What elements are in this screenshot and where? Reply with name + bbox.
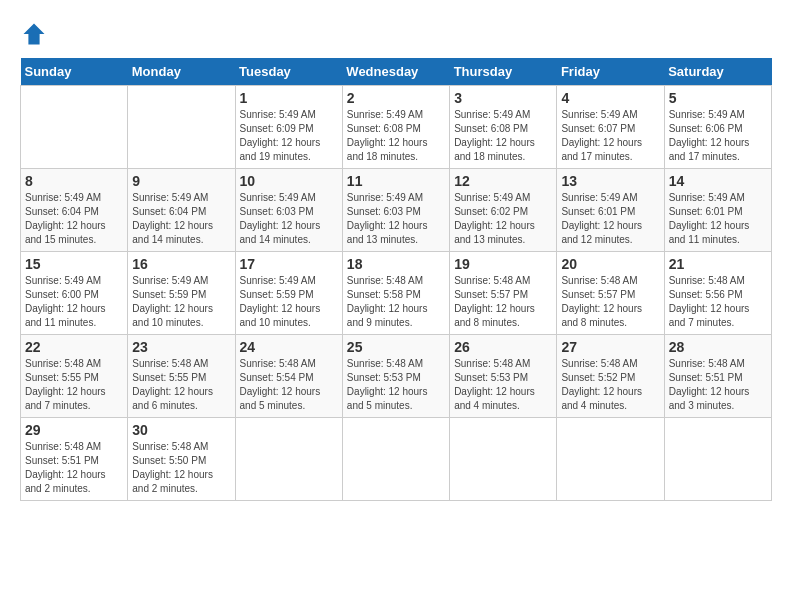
calendar-cell: 24Sunrise: 5:48 AMSunset: 5:54 PMDayligh… [235,335,342,418]
day-info: Sunrise: 5:49 AMSunset: 6:02 PMDaylight:… [454,191,552,247]
day-number: 25 [347,339,445,355]
day-info: Sunrise: 5:48 AMSunset: 5:55 PMDaylight:… [25,357,123,413]
day-number: 13 [561,173,659,189]
day-header-sunday: Sunday [21,58,128,86]
day-info: Sunrise: 5:48 AMSunset: 5:52 PMDaylight:… [561,357,659,413]
header [20,20,772,48]
day-number: 9 [132,173,230,189]
day-info: Sunrise: 5:49 AMSunset: 6:01 PMDaylight:… [669,191,767,247]
day-info: Sunrise: 5:49 AMSunset: 6:08 PMDaylight:… [347,108,445,164]
calendar-cell: 2Sunrise: 5:49 AMSunset: 6:08 PMDaylight… [342,86,449,169]
day-header-saturday: Saturday [664,58,771,86]
calendar-cell: 18Sunrise: 5:48 AMSunset: 5:58 PMDayligh… [342,252,449,335]
day-info: Sunrise: 5:49 AMSunset: 6:03 PMDaylight:… [347,191,445,247]
day-number: 1 [240,90,338,106]
calendar-cell: 4Sunrise: 5:49 AMSunset: 6:07 PMDaylight… [557,86,664,169]
day-header-wednesday: Wednesday [342,58,449,86]
calendar-cell: 22Sunrise: 5:48 AMSunset: 5:55 PMDayligh… [21,335,128,418]
day-info: Sunrise: 5:49 AMSunset: 6:07 PMDaylight:… [561,108,659,164]
calendar-cell: 17Sunrise: 5:49 AMSunset: 5:59 PMDayligh… [235,252,342,335]
day-number: 11 [347,173,445,189]
svg-marker-0 [24,24,45,45]
calendar-week-2: 8Sunrise: 5:49 AMSunset: 6:04 PMDaylight… [21,169,772,252]
day-info: Sunrise: 5:49 AMSunset: 6:00 PMDaylight:… [25,274,123,330]
day-number: 17 [240,256,338,272]
calendar-cell: 19Sunrise: 5:48 AMSunset: 5:57 PMDayligh… [450,252,557,335]
calendar-cell: 9Sunrise: 5:49 AMSunset: 6:04 PMDaylight… [128,169,235,252]
day-info: Sunrise: 5:49 AMSunset: 6:04 PMDaylight:… [132,191,230,247]
day-info: Sunrise: 5:48 AMSunset: 5:53 PMDaylight:… [347,357,445,413]
logo-icon [20,20,48,48]
calendar-cell: 26Sunrise: 5:48 AMSunset: 5:53 PMDayligh… [450,335,557,418]
day-info: Sunrise: 5:48 AMSunset: 5:50 PMDaylight:… [132,440,230,496]
calendar-cell: 13Sunrise: 5:49 AMSunset: 6:01 PMDayligh… [557,169,664,252]
day-info: Sunrise: 5:48 AMSunset: 5:51 PMDaylight:… [25,440,123,496]
day-number: 27 [561,339,659,355]
calendar-cell [21,86,128,169]
day-number: 2 [347,90,445,106]
calendar-cell: 12Sunrise: 5:49 AMSunset: 6:02 PMDayligh… [450,169,557,252]
day-number: 4 [561,90,659,106]
day-info: Sunrise: 5:49 AMSunset: 6:03 PMDaylight:… [240,191,338,247]
day-number: 12 [454,173,552,189]
day-number: 18 [347,256,445,272]
calendar-cell [664,418,771,501]
calendar-cell: 28Sunrise: 5:48 AMSunset: 5:51 PMDayligh… [664,335,771,418]
calendar-cell: 1Sunrise: 5:49 AMSunset: 6:09 PMDaylight… [235,86,342,169]
day-number: 3 [454,90,552,106]
calendar-cell: 8Sunrise: 5:49 AMSunset: 6:04 PMDaylight… [21,169,128,252]
day-header-monday: Monday [128,58,235,86]
logo [20,20,52,48]
day-number: 29 [25,422,123,438]
day-info: Sunrise: 5:49 AMSunset: 5:59 PMDaylight:… [240,274,338,330]
calendar-cell: 15Sunrise: 5:49 AMSunset: 6:00 PMDayligh… [21,252,128,335]
day-number: 8 [25,173,123,189]
day-info: Sunrise: 5:48 AMSunset: 5:55 PMDaylight:… [132,357,230,413]
day-number: 24 [240,339,338,355]
day-number: 15 [25,256,123,272]
day-header-tuesday: Tuesday [235,58,342,86]
calendar-cell: 23Sunrise: 5:48 AMSunset: 5:55 PMDayligh… [128,335,235,418]
day-number: 30 [132,422,230,438]
day-number: 22 [25,339,123,355]
calendar-week-5: 29Sunrise: 5:48 AMSunset: 5:51 PMDayligh… [21,418,772,501]
calendar-cell: 16Sunrise: 5:49 AMSunset: 5:59 PMDayligh… [128,252,235,335]
day-info: Sunrise: 5:48 AMSunset: 5:51 PMDaylight:… [669,357,767,413]
day-info: Sunrise: 5:48 AMSunset: 5:53 PMDaylight:… [454,357,552,413]
calendar-body: 1Sunrise: 5:49 AMSunset: 6:09 PMDaylight… [21,86,772,501]
day-number: 5 [669,90,767,106]
calendar-cell [342,418,449,501]
calendar-cell: 11Sunrise: 5:49 AMSunset: 6:03 PMDayligh… [342,169,449,252]
day-number: 10 [240,173,338,189]
day-number: 28 [669,339,767,355]
calendar-cell: 27Sunrise: 5:48 AMSunset: 5:52 PMDayligh… [557,335,664,418]
calendar-cell: 30Sunrise: 5:48 AMSunset: 5:50 PMDayligh… [128,418,235,501]
day-info: Sunrise: 5:49 AMSunset: 6:09 PMDaylight:… [240,108,338,164]
day-header-friday: Friday [557,58,664,86]
day-info: Sunrise: 5:48 AMSunset: 5:58 PMDaylight:… [347,274,445,330]
day-header-thursday: Thursday [450,58,557,86]
day-number: 14 [669,173,767,189]
calendar-cell [128,86,235,169]
calendar-cell [450,418,557,501]
day-number: 20 [561,256,659,272]
day-info: Sunrise: 5:49 AMSunset: 6:04 PMDaylight:… [25,191,123,247]
calendar-cell [557,418,664,501]
day-info: Sunrise: 5:48 AMSunset: 5:54 PMDaylight:… [240,357,338,413]
calendar-cell: 20Sunrise: 5:48 AMSunset: 5:57 PMDayligh… [557,252,664,335]
calendar-week-4: 22Sunrise: 5:48 AMSunset: 5:55 PMDayligh… [21,335,772,418]
calendar-cell: 14Sunrise: 5:49 AMSunset: 6:01 PMDayligh… [664,169,771,252]
calendar-week-3: 15Sunrise: 5:49 AMSunset: 6:00 PMDayligh… [21,252,772,335]
calendar-cell: 10Sunrise: 5:49 AMSunset: 6:03 PMDayligh… [235,169,342,252]
day-number: 21 [669,256,767,272]
calendar-week-1: 1Sunrise: 5:49 AMSunset: 6:09 PMDaylight… [21,86,772,169]
calendar-cell: 25Sunrise: 5:48 AMSunset: 5:53 PMDayligh… [342,335,449,418]
day-info: Sunrise: 5:49 AMSunset: 5:59 PMDaylight:… [132,274,230,330]
day-info: Sunrise: 5:48 AMSunset: 5:56 PMDaylight:… [669,274,767,330]
calendar-cell: 3Sunrise: 5:49 AMSunset: 6:08 PMDaylight… [450,86,557,169]
calendar-cell: 21Sunrise: 5:48 AMSunset: 5:56 PMDayligh… [664,252,771,335]
day-info: Sunrise: 5:49 AMSunset: 6:06 PMDaylight:… [669,108,767,164]
calendar-cell: 29Sunrise: 5:48 AMSunset: 5:51 PMDayligh… [21,418,128,501]
day-info: Sunrise: 5:48 AMSunset: 5:57 PMDaylight:… [561,274,659,330]
day-number: 26 [454,339,552,355]
